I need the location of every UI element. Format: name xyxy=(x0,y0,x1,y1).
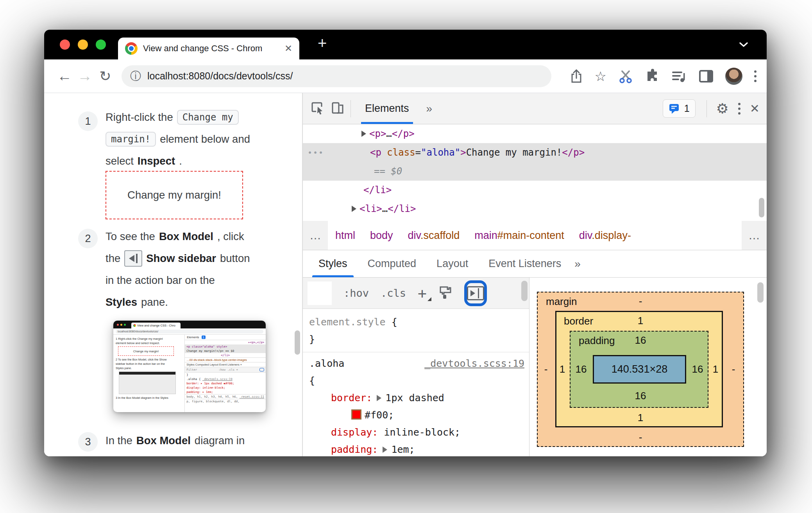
thumb-tab-strip: View and change CSS - Chro xyxy=(113,321,266,328)
issues-badge-button[interactable]: 1 xyxy=(663,99,696,118)
inline-code: Change my xyxy=(177,110,239,125)
tab-search-chevron-icon[interactable] xyxy=(738,41,749,50)
extensions-puzzle-icon[interactable] xyxy=(645,69,660,84)
box-model-pane: 140.531×28 margin border padding - 1 16 … xyxy=(529,278,767,456)
breadcrumb-overflow-left[interactable]: … xyxy=(303,221,328,250)
share-icon[interactable] xyxy=(570,69,583,84)
profile-avatar[interactable] xyxy=(725,68,742,85)
sidebar-tabs-overflow-icon[interactable]: » xyxy=(571,258,584,270)
expand-property-icon[interactable] xyxy=(377,395,381,401)
side-panel-icon[interactable] xyxy=(699,70,714,83)
styles-scrollbar-thumb[interactable] xyxy=(521,281,528,301)
close-tab-icon[interactable]: ✕ xyxy=(284,43,292,54)
close-devtools-icon[interactable]: ✕ xyxy=(750,102,760,115)
css-property-display[interactable]: display: inline-block; xyxy=(309,424,529,441)
step2-bold-show-sidebar: Show sidebar xyxy=(146,252,216,265)
breadcrumb-html[interactable]: html xyxy=(328,230,363,242)
toggle-class-button[interactable]: .cls xyxy=(381,287,406,299)
address-bar[interactable]: ⓘ localhost:8080/docs/devtools/css/ xyxy=(122,65,551,87)
expand-arrow-icon[interactable] xyxy=(361,131,366,137)
tab-elements[interactable]: Elements xyxy=(356,93,418,124)
devtools-menu-icon[interactable] xyxy=(738,103,740,115)
breadcrumb-div-scaffold[interactable]: div.scaffold xyxy=(401,230,467,242)
reload-button[interactable]: ↻ xyxy=(95,68,115,84)
padding-bottom-value[interactable]: 16 xyxy=(635,390,646,402)
demo-change-my-margin-box[interactable]: Change my margin! xyxy=(106,171,243,219)
thumb-favicon xyxy=(133,324,136,327)
border-bottom-value[interactable]: 1 xyxy=(638,412,643,424)
step1-bold-inspect: Inspect xyxy=(138,155,175,167)
border-top-value[interactable]: 1 xyxy=(638,315,643,327)
css-property-border[interactable]: border:1px dashed xyxy=(309,389,529,407)
show-sidebar-icon xyxy=(467,286,484,300)
dom-row-p-collapsed[interactable]: <p>…</p> xyxy=(303,124,767,143)
expand-arrow-icon[interactable] xyxy=(352,206,356,212)
css-property-border-value[interactable]: #f00; xyxy=(309,407,529,424)
margin-bottom-value[interactable]: - xyxy=(639,431,642,443)
period: . xyxy=(179,155,182,167)
minimize-window-button[interactable] xyxy=(78,39,88,50)
tab-event-listeners[interactable]: Event Listeners xyxy=(478,250,571,277)
step3-bold-box-model: Box Model xyxy=(136,434,191,447)
site-info-icon[interactable]: ⓘ xyxy=(130,69,141,84)
tab-styles[interactable]: Styles xyxy=(308,250,358,277)
settings-gear-icon[interactable]: ⚙ xyxy=(716,100,729,117)
step2-line1-text: To see the xyxy=(106,230,155,243)
step3-line1-suffix: diagram in xyxy=(195,434,245,447)
border-label: border xyxy=(564,315,593,327)
padding-left-value[interactable]: 16 xyxy=(576,363,587,375)
browser-tab[interactable]: View and change CSS - Chrom ✕ xyxy=(118,38,299,59)
breadcrumb-div-display[interactable]: div.display- xyxy=(572,230,639,242)
thumb-toolbar: localhost:8080/docs/devtools/css/ xyxy=(113,328,266,335)
color-swatch-red[interactable] xyxy=(351,409,361,420)
docs-scrollbar-thumb[interactable] xyxy=(295,330,300,355)
toggle-hover-button[interactable]: :hov xyxy=(343,287,369,299)
issues-count: 1 xyxy=(684,103,690,114)
element-style-selector[interactable]: element.style xyxy=(309,316,386,328)
margin-top-value[interactable]: - xyxy=(639,295,642,307)
tab-layout[interactable]: Layout xyxy=(426,250,478,277)
dom-row-p-aloha[interactable]: <p class="aloha">Change my margin!</p> xyxy=(303,143,767,162)
breadcrumb-main-content[interactable]: main#main-content xyxy=(467,230,572,242)
tab-computed[interactable]: Computed xyxy=(358,250,427,277)
expand-property-icon[interactable] xyxy=(383,447,387,453)
breadcrumb-body[interactable]: body xyxy=(363,230,401,242)
margin-right-value[interactable]: - xyxy=(732,363,735,375)
sidebar-tabs: Styles Computed Layout Event Listeners » xyxy=(303,250,767,278)
forward-button: → xyxy=(75,68,95,84)
breadcrumb-overflow-right[interactable]: … xyxy=(742,221,767,250)
dom-row-li-close[interactable]: </li> xyxy=(303,181,767,199)
device-toolbar-icon[interactable] xyxy=(330,100,345,117)
inspect-element-icon[interactable] xyxy=(310,100,325,117)
back-button[interactable]: ← xyxy=(54,68,75,84)
show-sidebar-button-highlighted[interactable] xyxy=(464,280,487,306)
close-window-button[interactable] xyxy=(60,39,70,50)
issues-chat-icon xyxy=(669,103,680,114)
rendering-paint-icon[interactable] xyxy=(438,285,453,301)
dom-row-li-collapsed[interactable]: <li>…</li> xyxy=(303,199,767,218)
box-model-scrollbar-thumb[interactable] xyxy=(757,282,764,303)
dom-scrollbar-thumb[interactable] xyxy=(759,198,764,217)
media-playlist-icon[interactable] xyxy=(671,69,687,83)
dom-breadcrumbs: … html body div.scaffold main#main-conte… xyxy=(303,221,767,250)
border-right-value[interactable]: 1 xyxy=(713,363,718,375)
margin-left-value[interactable]: - xyxy=(544,363,548,375)
thumb-docs-pane: 1 Right-click the Change my margin! elem… xyxy=(113,335,185,412)
new-style-rule-button[interactable]: + xyxy=(418,285,427,302)
styles-filter-input[interactable] xyxy=(308,282,332,305)
maximize-window-button[interactable] xyxy=(96,39,106,50)
border-left-value[interactable]: 1 xyxy=(560,363,565,375)
panel-overflow-icon[interactable]: » xyxy=(423,102,436,115)
box-model-content[interactable]: 140.531×28 xyxy=(593,355,686,384)
new-tab-button[interactable]: + xyxy=(318,34,327,52)
padding-top-value[interactable]: 16 xyxy=(635,334,646,346)
rule-selector-aloha[interactable]: .aloha xyxy=(309,358,344,369)
css-property-padding[interactable]: padding:1em; xyxy=(309,441,529,456)
padding-right-value[interactable]: 16 xyxy=(692,363,703,375)
browser-menu-icon[interactable] xyxy=(754,70,757,82)
step-1-text: Right-click theChange my margin!element … xyxy=(106,106,250,172)
bookmark-star-icon[interactable]: ☆ xyxy=(595,68,606,84)
step1-line3-text: select xyxy=(106,155,134,167)
stylesheet-source-link[interactable]: _devtools.scss:19 xyxy=(424,355,524,372)
scissors-extension-icon[interactable] xyxy=(618,69,633,84)
